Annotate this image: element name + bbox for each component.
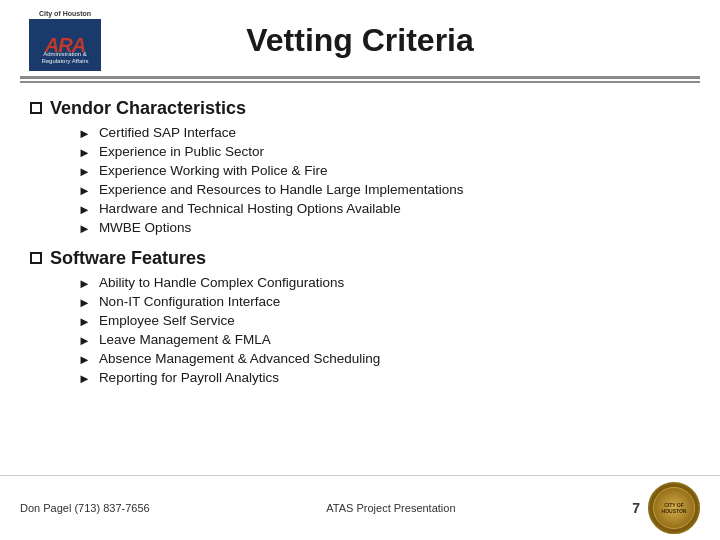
footer-right: 7 CITY OFHOUSTON	[632, 482, 700, 534]
footer-presentation: ATAS Project Presentation	[326, 502, 455, 514]
arrow-icon: ►	[78, 314, 91, 329]
list-item: ► Ability to Handle Complex Configuratio…	[78, 275, 690, 291]
footer: Don Pagel (713) 837-7656 ATAS Project Pr…	[0, 475, 720, 540]
header: City of Houston ARA Administration &Regu…	[0, 0, 720, 76]
software-list: ► Ability to Handle Complex Configuratio…	[30, 275, 690, 386]
vendor-item-4: Experience and Resources to Handle Large…	[99, 182, 464, 197]
footer-contact: Don Pagel (713) 837-7656	[20, 502, 150, 514]
arrow-icon: ►	[78, 126, 91, 141]
software-bullet	[30, 252, 42, 264]
vendor-list: ► Certified SAP Interface ► Experience i…	[30, 125, 690, 236]
ara-subtext: Administration &Regulatory Affairs	[29, 51, 101, 65]
vendor-header: Vendor Characteristics	[30, 98, 690, 119]
software-item-6: Reporting for Payroll Analytics	[99, 370, 279, 385]
vendor-bullet	[30, 102, 42, 114]
list-item: ► Experience and Resources to Handle Lar…	[78, 182, 690, 198]
list-item: ► Reporting for Payroll Analytics	[78, 370, 690, 386]
software-item-3: Employee Self Service	[99, 313, 235, 328]
line-thin	[20, 81, 700, 83]
ara-logo: ARA Administration &Regulatory Affairs	[29, 19, 101, 71]
seal-inner: CITY OFHOUSTON	[653, 487, 695, 529]
city-seal: CITY OFHOUSTON	[648, 482, 700, 534]
list-item: ► Experience Working with Police & Fire	[78, 163, 690, 179]
list-item: ► Leave Management & FMLA	[78, 332, 690, 348]
arrow-icon: ►	[78, 164, 91, 179]
software-section: Software Features ► Ability to Handle Co…	[30, 248, 690, 386]
list-item: ► Employee Self Service	[78, 313, 690, 329]
arrow-icon: ►	[78, 145, 91, 160]
arrow-icon: ►	[78, 276, 91, 291]
arrow-icon: ►	[78, 333, 91, 348]
arrow-icon: ►	[78, 295, 91, 310]
list-item: ► Experience in Public Sector	[78, 144, 690, 160]
list-item: ► Absence Management & Advanced Scheduli…	[78, 351, 690, 367]
main-content: Vendor Characteristics ► Certified SAP I…	[0, 93, 720, 403]
list-item: ► MWBE Options	[78, 220, 690, 236]
arrow-icon: ►	[78, 221, 91, 236]
vendor-item-1: Certified SAP Interface	[99, 125, 236, 140]
vendor-title: Vendor Characteristics	[50, 98, 246, 119]
vendor-item-6: MWBE Options	[99, 220, 191, 235]
vendor-section: Vendor Characteristics ► Certified SAP I…	[30, 98, 690, 236]
software-item-2: Non-IT Configuration Interface	[99, 294, 280, 309]
arrow-icon: ►	[78, 183, 91, 198]
divider	[0, 76, 720, 83]
arrow-icon: ►	[78, 202, 91, 217]
page-number: 7	[632, 500, 640, 516]
page-title: Vetting Criteria	[20, 22, 700, 59]
line-thick	[20, 76, 700, 79]
software-title: Software Features	[50, 248, 206, 269]
vendor-item-3: Experience Working with Police & Fire	[99, 163, 328, 178]
logo-area: City of Houston ARA Administration &Regu…	[20, 10, 110, 71]
arrow-icon: ►	[78, 352, 91, 367]
vendor-item-5: Hardware and Technical Hosting Options A…	[99, 201, 401, 216]
software-item-5: Absence Management & Advanced Scheduling	[99, 351, 380, 366]
list-item: ► Hardware and Technical Hosting Options…	[78, 201, 690, 217]
list-item: ► Non-IT Configuration Interface	[78, 294, 690, 310]
city-houston-label: City of Houston	[39, 10, 91, 17]
software-item-1: Ability to Handle Complex Configurations	[99, 275, 344, 290]
software-item-4: Leave Management & FMLA	[99, 332, 271, 347]
arrow-icon: ►	[78, 371, 91, 386]
software-header: Software Features	[30, 248, 690, 269]
vendor-item-2: Experience in Public Sector	[99, 144, 264, 159]
list-item: ► Certified SAP Interface	[78, 125, 690, 141]
